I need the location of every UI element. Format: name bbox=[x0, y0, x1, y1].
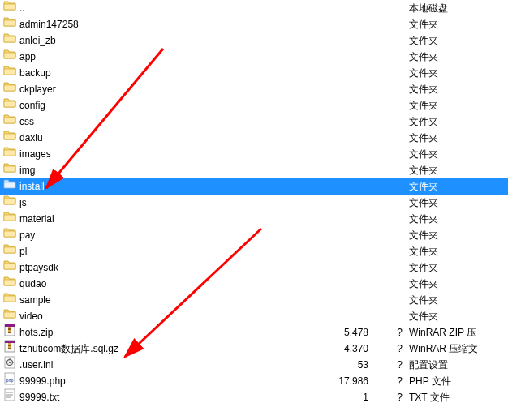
file-row-js[interactable]: js文件夹 bbox=[0, 195, 508, 211]
file-row-images[interactable]: images文件夹 bbox=[0, 146, 508, 162]
file-row-install[interactable]: install文件夹 bbox=[0, 178, 508, 195]
folder-icon bbox=[3, 129, 16, 147]
file-type: 文件夹 bbox=[406, 49, 508, 65]
file-name: pay bbox=[19, 227, 35, 243]
name-cell[interactable]: qudao bbox=[0, 275, 308, 293]
name-cell[interactable]: video bbox=[0, 307, 308, 325]
name-cell[interactable]: css bbox=[0, 113, 308, 131]
name-cell[interactable]: config bbox=[0, 96, 308, 114]
file-row-hots-zip[interactable]: hots.zip5,478?WinRAR ZIP 压 bbox=[0, 324, 508, 341]
file-row-qudao[interactable]: qudao文件夹 bbox=[0, 276, 508, 292]
name-cell[interactable]: sample bbox=[0, 291, 308, 309]
file-type: 文件夹 bbox=[406, 259, 508, 276]
file-row-99999-php[interactable]: php99999.php17,986?PHP 文件 bbox=[0, 373, 508, 389]
file-row-css[interactable]: css文件夹 bbox=[0, 114, 508, 130]
svg-text:php: php bbox=[6, 378, 13, 383]
name-cell[interactable]: admin147258 bbox=[0, 15, 308, 33]
folder-icon bbox=[3, 32, 16, 49]
name-cell[interactable]: pay bbox=[0, 226, 308, 244]
file-name: img bbox=[19, 162, 35, 178]
file-row-img[interactable]: img文件夹 bbox=[0, 162, 508, 178]
name-cell[interactable]: images bbox=[0, 145, 308, 163]
name-cell[interactable]: tzhuticom数据库.sql.gz bbox=[0, 340, 308, 358]
file-row-pl[interactable]: pl文件夹 bbox=[0, 243, 508, 259]
svg-rect-2 bbox=[8, 327, 11, 328]
file-row--user-ini[interactable]: .user.ini53?配置设置 bbox=[0, 357, 508, 373]
file-row-backup[interactable]: backup文件夹 bbox=[0, 65, 508, 81]
file-type: 文件夹 bbox=[406, 16, 508, 32]
file-row--[interactable]: ..本地磁盘 bbox=[0, 0, 508, 16]
name-cell[interactable]: pl bbox=[0, 242, 308, 260]
folder-icon bbox=[3, 242, 16, 260]
file-name: anlei_zb bbox=[19, 32, 56, 49]
file-row-pay[interactable]: pay文件夹 bbox=[0, 227, 508, 243]
file-row-admin147258[interactable]: admin147258文件夹 bbox=[0, 16, 508, 32]
file-name: ptpaysdk bbox=[19, 259, 58, 276]
file-row-video[interactable]: video文件夹 bbox=[0, 308, 508, 324]
file-status: ? bbox=[373, 357, 406, 373]
file-type: 文件夹 bbox=[406, 178, 508, 195]
file-type: 文件夹 bbox=[406, 243, 508, 259]
name-cell[interactable]: hots.zip bbox=[0, 324, 308, 341]
file-type: 文件夹 bbox=[406, 97, 508, 114]
file-name: qudao bbox=[19, 276, 46, 292]
name-cell[interactable]: anlei_zb bbox=[0, 32, 308, 49]
folder-icon bbox=[3, 15, 16, 33]
file-name: pl bbox=[19, 243, 27, 259]
name-cell[interactable]: img bbox=[0, 161, 308, 179]
file-row-tzhuticom-sql-gz[interactable]: tzhuticom数据库.sql.gz4,370?WinRAR 压缩文 bbox=[0, 341, 508, 357]
file-row-99999-txt[interactable]: 99999.txt1?TXT 文件 bbox=[0, 389, 508, 405]
name-cell[interactable]: backup bbox=[0, 64, 308, 82]
name-cell[interactable]: js bbox=[0, 194, 308, 212]
file-type: 文件夹 bbox=[406, 32, 508, 49]
file-name: ckplayer bbox=[19, 81, 56, 97]
file-row-app[interactable]: app文件夹 bbox=[0, 49, 508, 65]
name-cell[interactable]: material bbox=[0, 210, 308, 228]
folder-icon bbox=[3, 48, 16, 66]
folder-icon bbox=[3, 145, 16, 163]
folder-icon bbox=[3, 210, 16, 228]
name-cell[interactable]: daxiu bbox=[0, 129, 308, 147]
name-cell[interactable]: app bbox=[0, 48, 308, 66]
file-type: 配置设置 bbox=[406, 357, 508, 373]
file-row-daxiu[interactable]: daxiu文件夹 bbox=[0, 130, 508, 146]
file-type: WinRAR 压缩文 bbox=[406, 341, 508, 357]
file-row-material[interactable]: material文件夹 bbox=[0, 211, 508, 227]
php-icon: php bbox=[3, 372, 16, 390]
file-type: 文件夹 bbox=[406, 292, 508, 308]
file-row-ptpaysdk[interactable]: ptpaysdk文件夹 bbox=[0, 259, 508, 276]
name-cell[interactable]: .. bbox=[0, 0, 308, 17]
file-type: WinRAR ZIP 压 bbox=[406, 324, 508, 341]
name-cell[interactable]: install bbox=[0, 178, 308, 195]
svg-rect-5 bbox=[8, 332, 11, 333]
file-row-config[interactable]: config文件夹 bbox=[0, 97, 508, 114]
name-cell[interactable]: 99999.txt bbox=[0, 388, 308, 406]
file-type: 文件夹 bbox=[406, 130, 508, 146]
file-type: PHP 文件 bbox=[406, 373, 508, 389]
file-name: app bbox=[19, 49, 36, 65]
file-type: 文件夹 bbox=[406, 276, 508, 292]
file-name: video bbox=[19, 308, 43, 324]
name-cell[interactable]: php99999.php bbox=[0, 372, 308, 390]
file-row-ckplayer[interactable]: ckplayer文件夹 bbox=[0, 81, 508, 97]
folder-icon bbox=[3, 275, 16, 293]
folder-icon bbox=[3, 194, 16, 212]
file-size: 1 bbox=[308, 389, 373, 405]
svg-rect-10 bbox=[8, 346, 11, 348]
file-size: 53 bbox=[308, 357, 373, 373]
archive-icon bbox=[3, 340, 16, 358]
name-cell[interactable]: ckplayer bbox=[0, 80, 308, 98]
file-row-anlei-zb[interactable]: anlei_zb文件夹 bbox=[0, 32, 508, 49]
folder-icon bbox=[3, 178, 16, 195]
svg-rect-4 bbox=[8, 330, 11, 332]
name-cell[interactable]: ptpaysdk bbox=[0, 259, 308, 276]
file-type: 本地磁盘 bbox=[406, 0, 508, 16]
file-type: 文件夹 bbox=[406, 146, 508, 162]
file-name: backup bbox=[19, 65, 51, 81]
file-type: 文件夹 bbox=[406, 114, 508, 130]
file-type: 文件夹 bbox=[406, 211, 508, 227]
file-list[interactable]: ..本地磁盘admin147258文件夹anlei_zb文件夹app文件夹bac… bbox=[0, 0, 508, 405]
file-name: daxiu bbox=[19, 130, 43, 146]
name-cell[interactable]: .user.ini bbox=[0, 356, 308, 374]
file-row-sample[interactable]: sample文件夹 bbox=[0, 292, 508, 308]
